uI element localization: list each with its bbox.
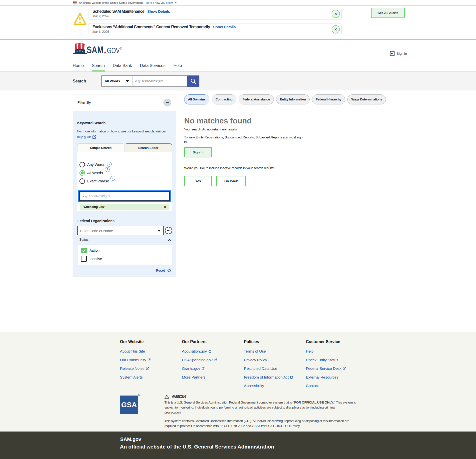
svg-text:R: R — [120, 48, 121, 49]
svg-text:GSA: GSA — [121, 401, 137, 409]
svg-text:R: R — [139, 395, 140, 396]
svg-text:GOV: GOV — [107, 46, 120, 54]
svg-text:SAM: SAM — [87, 44, 103, 54]
